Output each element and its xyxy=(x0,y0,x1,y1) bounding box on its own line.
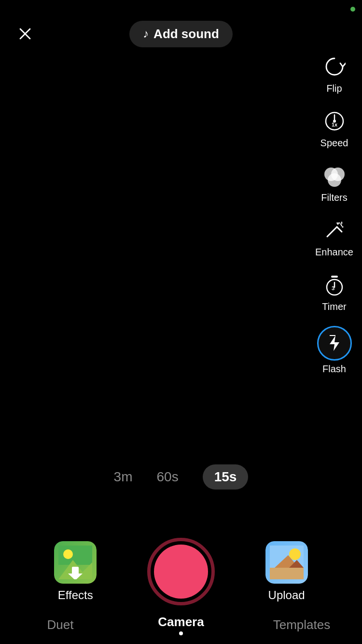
flash-circle xyxy=(317,326,352,361)
svg-line-11 xyxy=(341,224,342,226)
filters-icon xyxy=(321,162,348,189)
filters-label: Filters xyxy=(321,192,347,203)
bottom-area: Effects xyxy=(0,538,362,605)
svg-point-15 xyxy=(342,226,343,228)
top-bar: ♪ Add sound xyxy=(0,0,362,53)
status-dot xyxy=(350,7,355,12)
flip-control[interactable]: Flip xyxy=(321,53,348,94)
svg-text:3: 3 xyxy=(332,285,334,291)
tab-templates-label: Templates xyxy=(273,617,331,632)
svg-text:1x: 1x xyxy=(332,122,338,127)
svg-point-14 xyxy=(341,223,342,224)
svg-rect-16 xyxy=(331,276,338,278)
tab-duet[interactable]: Duet xyxy=(0,617,121,632)
flash-label: Flash xyxy=(322,364,346,375)
add-sound-label: Add sound xyxy=(153,27,219,42)
upload-icon xyxy=(265,541,308,584)
svg-marker-20 xyxy=(330,336,339,351)
svg-rect-25 xyxy=(72,567,79,574)
duration-3m[interactable]: 3m xyxy=(114,469,133,485)
record-button[interactable] xyxy=(147,538,215,605)
enhance-label: Enhance xyxy=(315,247,353,258)
timer-label: Timer xyxy=(322,301,346,312)
enhance-control[interactable]: Enhance xyxy=(315,217,353,258)
svg-point-28 xyxy=(289,548,301,560)
right-controls: Flip 1x Speed Filters xyxy=(315,53,353,375)
tab-camera-label: Camera xyxy=(158,615,204,630)
filters-control[interactable]: Filters xyxy=(321,162,348,203)
tab-bar: Duet Camera Templates xyxy=(0,605,362,644)
effects-button[interactable]: Effects xyxy=(54,541,97,602)
svg-rect-29 xyxy=(270,568,304,579)
speed-control[interactable]: 1x Speed xyxy=(320,108,348,149)
svg-point-13 xyxy=(337,224,338,225)
flash-control[interactable]: Flash xyxy=(317,326,352,375)
duration-60s[interactable]: 60s xyxy=(157,469,179,485)
close-icon xyxy=(18,27,32,41)
flash-icon xyxy=(325,334,344,353)
svg-point-7 xyxy=(328,173,341,187)
upload-button[interactable]: Upload xyxy=(265,541,308,602)
effects-icon xyxy=(54,541,97,584)
close-button[interactable] xyxy=(14,23,36,44)
svg-line-9 xyxy=(337,227,342,232)
record-inner xyxy=(154,545,208,599)
duration-bar: 3m 60s 15s xyxy=(0,464,362,490)
svg-point-23 xyxy=(63,549,73,559)
flip-icon xyxy=(321,53,348,80)
effects-label: Effects xyxy=(58,588,93,602)
svg-line-8 xyxy=(327,227,337,237)
upload-label: Upload xyxy=(268,588,305,602)
duration-15s[interactable]: 15s xyxy=(203,464,249,490)
tab-duet-label: Duet xyxy=(47,617,74,632)
speed-label: Speed xyxy=(320,138,348,149)
tab-templates[interactable]: Templates xyxy=(241,617,362,632)
record-button-container xyxy=(147,538,215,605)
flip-label: Flip xyxy=(326,83,342,94)
add-sound-button[interactable]: ♪ Add sound xyxy=(129,21,233,47)
tab-camera[interactable]: Camera xyxy=(121,615,241,635)
timer-icon: 3 xyxy=(321,271,348,298)
tab-camera-indicator xyxy=(179,631,183,635)
timer-control[interactable]: 3 Timer xyxy=(321,271,348,312)
music-icon: ♪ xyxy=(143,27,149,41)
speed-icon: 1x xyxy=(321,108,348,135)
enhance-icon xyxy=(321,217,348,244)
